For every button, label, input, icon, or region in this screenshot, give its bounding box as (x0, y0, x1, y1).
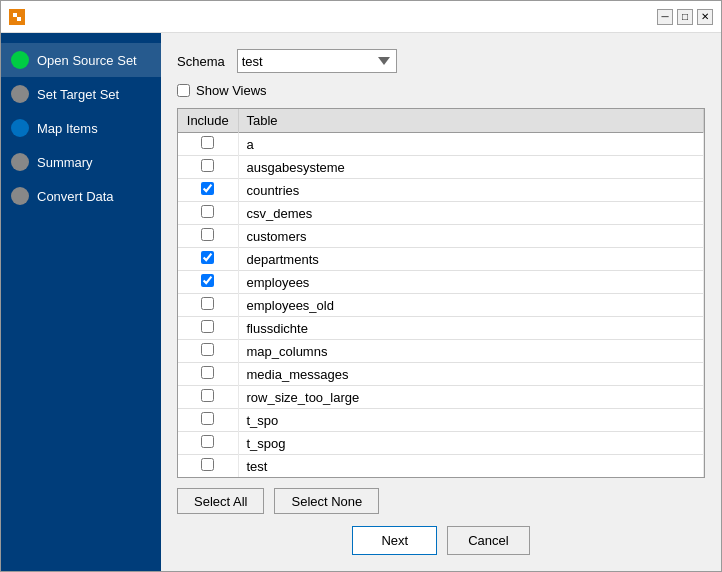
row-checkbox-1[interactable] (201, 159, 214, 172)
row-checkbox-11[interactable] (201, 389, 214, 402)
table-cell-include (178, 317, 238, 340)
cancel-button[interactable]: Cancel (447, 526, 529, 555)
sidebar-item-set-target-set[interactable]: Set Target Set (1, 77, 161, 111)
row-checkbox-9[interactable] (201, 343, 214, 356)
col-table: Table (238, 109, 704, 133)
table-row: row_size_too_large (178, 386, 704, 409)
table-cell-include (178, 271, 238, 294)
table-cell-include (178, 225, 238, 248)
table-cell-name: a (238, 133, 704, 156)
table-cell-include (178, 248, 238, 271)
select-none-button[interactable]: Select None (274, 488, 379, 514)
table-cell-name: test_utf8 (238, 478, 704, 479)
table-row: map_columns (178, 340, 704, 363)
table-cell-include (178, 432, 238, 455)
table-row: a (178, 133, 704, 156)
svg-rect-1 (13, 13, 17, 17)
title-bar: ─ □ ✕ (1, 1, 721, 33)
maximize-button[interactable]: □ (677, 9, 693, 25)
main-window: ─ □ ✕ Open Source Set Set Target Set Map… (0, 0, 722, 572)
table-container: Include Table aausgabesystemecountriescs… (177, 108, 705, 478)
show-views-row: Show Views (177, 83, 705, 98)
schema-row: Schema test (177, 49, 705, 73)
table-row: departments (178, 248, 704, 271)
step-indicator-1 (11, 51, 29, 69)
table-row: employees_old (178, 294, 704, 317)
next-button[interactable]: Next (352, 526, 437, 555)
show-views-label: Show Views (196, 83, 267, 98)
table-cell-name: departments (238, 248, 704, 271)
show-views-checkbox[interactable] (177, 84, 190, 97)
step-indicator-5 (11, 187, 29, 205)
sidebar-item-convert-data[interactable]: Convert Data (1, 179, 161, 213)
row-checkbox-10[interactable] (201, 366, 214, 379)
sidebar-item-map-items[interactable]: Map Items (1, 111, 161, 145)
step-indicator-2 (11, 85, 29, 103)
table-row: customers (178, 225, 704, 248)
row-checkbox-7[interactable] (201, 297, 214, 310)
table-cell-name: employees_old (238, 294, 704, 317)
schema-select[interactable]: test (237, 49, 397, 73)
table-cell-include (178, 156, 238, 179)
sidebar-item-summary[interactable]: Summary (1, 145, 161, 179)
table-cell-name: t_spog (238, 432, 704, 455)
table-cell-include (178, 386, 238, 409)
table-cell-include (178, 340, 238, 363)
table-cell-name: employees (238, 271, 704, 294)
row-checkbox-13[interactable] (201, 435, 214, 448)
table-row: employees (178, 271, 704, 294)
table-cell-name: flussdichte (238, 317, 704, 340)
row-checkbox-12[interactable] (201, 412, 214, 425)
title-bar-controls: ─ □ ✕ (657, 9, 713, 25)
row-checkbox-14[interactable] (201, 458, 214, 471)
table-body: aausgabesystemecountriescsv_demescustome… (178, 133, 704, 479)
table-cell-include (178, 455, 238, 478)
table-row: csv_demes (178, 202, 704, 225)
sidebar-label-summary: Summary (37, 155, 93, 170)
app-icon (9, 9, 25, 25)
table-cell-name: customers (238, 225, 704, 248)
table-row: flussdichte (178, 317, 704, 340)
row-checkbox-0[interactable] (201, 136, 214, 149)
row-checkbox-6[interactable] (201, 274, 214, 287)
table-row: media_messages (178, 363, 704, 386)
footer-row: Next Cancel (177, 522, 705, 555)
table-cell-include (178, 179, 238, 202)
sidebar-label-map-items: Map Items (37, 121, 98, 136)
row-checkbox-5[interactable] (201, 251, 214, 264)
sidebar: Open Source Set Set Target Set Map Items… (1, 33, 161, 571)
row-checkbox-4[interactable] (201, 228, 214, 241)
table-cell-include (178, 202, 238, 225)
table-header-row: Include Table (178, 109, 704, 133)
table-cell-name: row_size_too_large (238, 386, 704, 409)
row-checkbox-2[interactable] (201, 182, 214, 195)
table-cell-include (178, 409, 238, 432)
items-table: Include Table aausgabesystemecountriescs… (178, 109, 704, 478)
table-row: t_spo (178, 409, 704, 432)
table-cell-name: test (238, 455, 704, 478)
table-row: test_utf8 (178, 478, 704, 479)
row-checkbox-8[interactable] (201, 320, 214, 333)
table-cell-name: t_spo (238, 409, 704, 432)
close-button[interactable]: ✕ (697, 9, 713, 25)
sidebar-label-open-source-set: Open Source Set (37, 53, 137, 68)
table-row: ausgabesysteme (178, 156, 704, 179)
row-checkbox-3[interactable] (201, 205, 214, 218)
step-indicator-4 (11, 153, 29, 171)
col-include: Include (178, 109, 238, 133)
sidebar-item-open-source-set[interactable]: Open Source Set (1, 43, 161, 77)
table-row: countries (178, 179, 704, 202)
table-cell-name: media_messages (238, 363, 704, 386)
table-cell-include (178, 133, 238, 156)
table-cell-name: countries (238, 179, 704, 202)
table-cell-include (178, 478, 238, 479)
title-bar-left (9, 9, 25, 25)
content-area: Open Source Set Set Target Set Map Items… (1, 33, 721, 571)
table-cell-include (178, 363, 238, 386)
minimize-button[interactable]: ─ (657, 9, 673, 25)
select-all-button[interactable]: Select All (177, 488, 264, 514)
table-row: test (178, 455, 704, 478)
table-cell-name: ausgabesysteme (238, 156, 704, 179)
svg-rect-2 (17, 17, 21, 21)
schema-label: Schema (177, 54, 225, 69)
